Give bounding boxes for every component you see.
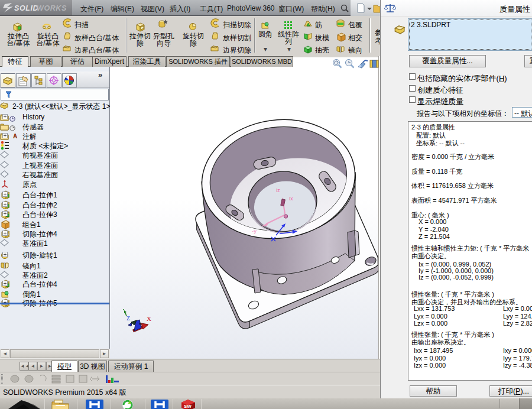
svg-text:WORKS: WORKS	[37, 4, 67, 12]
svg-text:-y: -y	[252, 228, 257, 234]
svg-text:Iz: Iz	[276, 187, 280, 193]
svg-text:SOLID: SOLID	[14, 4, 38, 12]
svg-text:SW: SW	[184, 404, 192, 409]
svg-text:Ix: Ix	[289, 196, 293, 202]
svg-text:Z: Z	[126, 315, 130, 322]
svg-text:X: X	[147, 315, 151, 322]
